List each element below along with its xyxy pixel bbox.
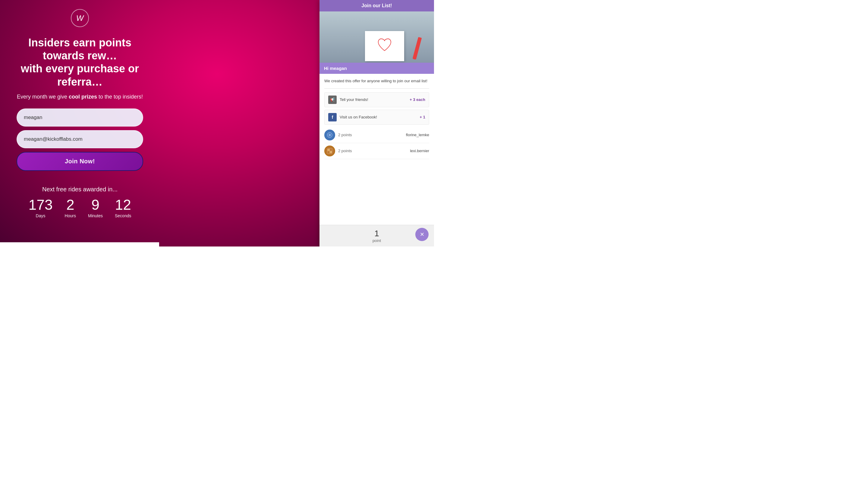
main-content-area: W Insiders earn points towards rew…with … (0, 0, 160, 246)
join-now-button[interactable]: Join Now! (17, 152, 143, 171)
minutes-value: 9 (88, 198, 103, 212)
countdown-hours: 2 Hours (65, 198, 76, 218)
panel-body: We created this offer for anyone willing… (320, 74, 434, 225)
subtitle-bold: cool prizes (69, 94, 97, 100)
signup-form: Join Now! (17, 108, 143, 171)
logo-icon: W (71, 9, 89, 27)
countdown-minutes: 9 Minutes (88, 198, 103, 218)
email-input[interactable] (17, 130, 143, 148)
subtitle-trailing: to the top insiders! (97, 94, 143, 100)
tell-friends-points: + 3 each (410, 97, 425, 102)
days-unit: Days (29, 213, 53, 218)
seconds-value: 12 (115, 198, 131, 212)
seconds-unit: Seconds (115, 213, 131, 218)
avatar-pattern-1 (325, 131, 334, 139)
hours-value: 2 (65, 198, 76, 212)
offer-text: We created this offer for anyone willing… (324, 78, 429, 84)
countdown-label: Next free rides awarded in... (29, 186, 131, 193)
avatar-1 (324, 130, 335, 141)
countdown-days: 173 Days (29, 198, 53, 218)
megaphone-icon: 📢 (328, 95, 337, 104)
tell-friends-label: Tell your friends! (340, 97, 410, 102)
name-input[interactable] (17, 108, 143, 127)
facebook-points: + 1 (420, 115, 425, 119)
svg-point-2 (328, 134, 331, 136)
countdown-row: 173 Days 2 Hours 9 Minutes 12 Seconds (29, 198, 131, 218)
leaderboard-2-points: 2 points (338, 149, 410, 153)
hi-user-label: Hi meagan (324, 66, 347, 71)
avatar-pattern-2 (325, 147, 334, 155)
right-panel: Join our List! Hi meagan We created this… (320, 0, 434, 246)
headline: Insiders earn points towards rew…with ev… (0, 36, 160, 88)
heart-drawing (375, 37, 394, 55)
subtitle: Every month we give cool prizes to the t… (17, 94, 143, 100)
leaderboard-row-1: 2 points florine_lemke (324, 127, 429, 143)
avatar-2 (324, 146, 335, 156)
leaderboard-row-2: 2 points lexi.bernier (324, 143, 429, 159)
paper (365, 31, 404, 61)
svg-rect-5 (330, 151, 332, 153)
divider (324, 88, 429, 89)
footer-points-label: point (323, 238, 430, 243)
countdown-seconds: 12 Seconds (115, 198, 131, 218)
leaderboard-1-points: 2 points (338, 133, 406, 137)
leaderboard-2-username: lexi.bernier (410, 149, 429, 153)
logo-letter: W (76, 14, 84, 23)
panel-header: Join our List! (320, 0, 434, 12)
tell-friends-action[interactable]: 📢 Tell your friends! + 3 each (324, 92, 429, 107)
svg-rect-4 (327, 149, 330, 151)
hero-image (320, 12, 434, 63)
hi-user-section: Hi meagan (320, 63, 434, 74)
close-icon: ✕ (420, 231, 425, 238)
leaderboard-1-username: florine_lemke (406, 133, 429, 137)
facebook-label: Visit us on Facebook! (340, 115, 420, 119)
panel-header-label: Join our List! (361, 3, 392, 8)
subtitle-normal: Every month we give (17, 94, 69, 100)
footer-points-value: 1 (323, 229, 430, 238)
countdown-section: Next free rides awarded in... 173 Days 2… (29, 186, 131, 218)
hours-unit: Hours (65, 213, 76, 218)
close-button[interactable]: ✕ (415, 228, 429, 241)
logo-container: W (71, 9, 89, 27)
days-value: 173 (29, 198, 53, 212)
facebook-action[interactable]: f Visit us on Facebook! + 1 (324, 110, 429, 125)
minutes-unit: Minutes (88, 213, 103, 218)
facebook-icon: f (328, 113, 337, 122)
